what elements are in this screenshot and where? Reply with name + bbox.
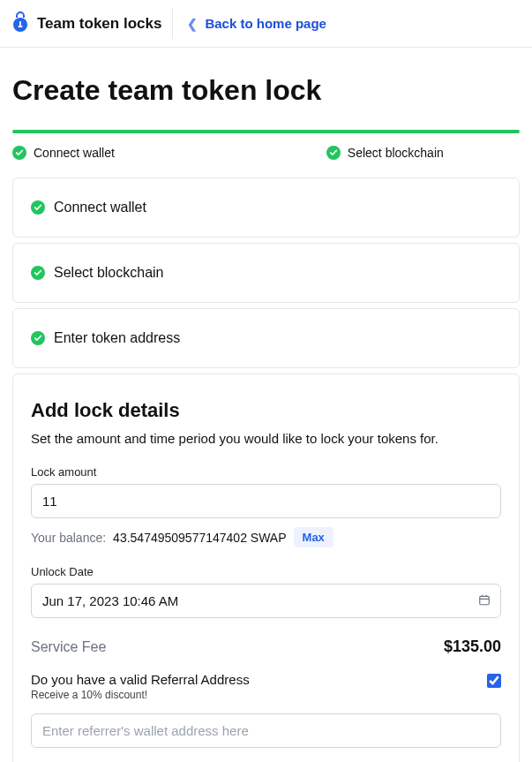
step-label: Connect wallet	[34, 146, 115, 160]
app-header: Team token locks ❮ Back to home page	[0, 0, 532, 48]
chevron-left-icon: ❮	[187, 17, 198, 31]
referral-address-input[interactable]	[31, 713, 501, 748]
referral-sub: Receive a 10% discount!	[31, 689, 250, 701]
check-icon	[31, 200, 45, 215]
fee-label: Service Fee	[31, 639, 106, 655]
referral-title: Do you have a valid Referral Address	[31, 672, 250, 687]
balance-value: 43.54749509577147402 SWAP	[113, 531, 286, 545]
svg-rect-1	[19, 21, 21, 26]
check-icon	[12, 146, 26, 160]
card-lock-details: Add lock details Set the amount and time…	[12, 373, 520, 762]
brand: Team token locks	[11, 9, 173, 39]
back-label: Back to home page	[205, 16, 326, 31]
brand-title: Team token locks	[37, 15, 161, 33]
card-title: Select blockchain	[54, 265, 164, 281]
check-icon	[31, 266, 45, 280]
page-title: Create team token lock	[12, 74, 520, 107]
step-select-blockchain: Select blockchain	[326, 146, 444, 160]
check-icon	[31, 331, 45, 345]
unlock-date-label: Unlock Date	[31, 565, 501, 578]
card-connect-wallet[interactable]: Connect wallet	[12, 177, 520, 238]
page-body: Create team token lock Connect wallet Se…	[0, 48, 532, 762]
step-connect-wallet: Connect wallet	[12, 146, 115, 160]
check-icon	[326, 146, 341, 160]
svg-rect-2	[19, 26, 23, 27]
unlock-date-input[interactable]	[31, 584, 501, 618]
progress-bar	[12, 130, 520, 133]
lock-amount-input[interactable]	[31, 484, 501, 518]
details-sub: Set the amount and time period you would…	[31, 431, 501, 446]
card-enter-token[interactable]: Enter token address	[12, 308, 520, 368]
fee-value: $135.00	[444, 638, 501, 656]
referral-checkbox[interactable]	[487, 674, 501, 688]
details-heading: Add lock details	[31, 399, 501, 422]
step-label: Select blockchain	[348, 146, 444, 160]
max-button[interactable]: Max	[294, 527, 333, 547]
card-title: Enter token address	[54, 330, 180, 346]
card-title: Connect wallet	[54, 200, 146, 215]
lock-icon	[11, 11, 30, 36]
step-indicator-row: Connect wallet Select blockchain	[12, 146, 520, 160]
lock-amount-label: Lock amount	[31, 465, 501, 479]
balance-row: Your balance: 43.54749509577147402 SWAP …	[31, 527, 501, 547]
balance-prefix: Your balance:	[31, 531, 106, 545]
card-select-blockchain[interactable]: Select blockchain	[12, 243, 520, 303]
back-link[interactable]: ❮ Back to home page	[173, 16, 326, 31]
referral-row: Do you have a valid Referral Address Rec…	[31, 672, 501, 701]
service-fee-row: Service Fee $135.00	[31, 638, 501, 656]
